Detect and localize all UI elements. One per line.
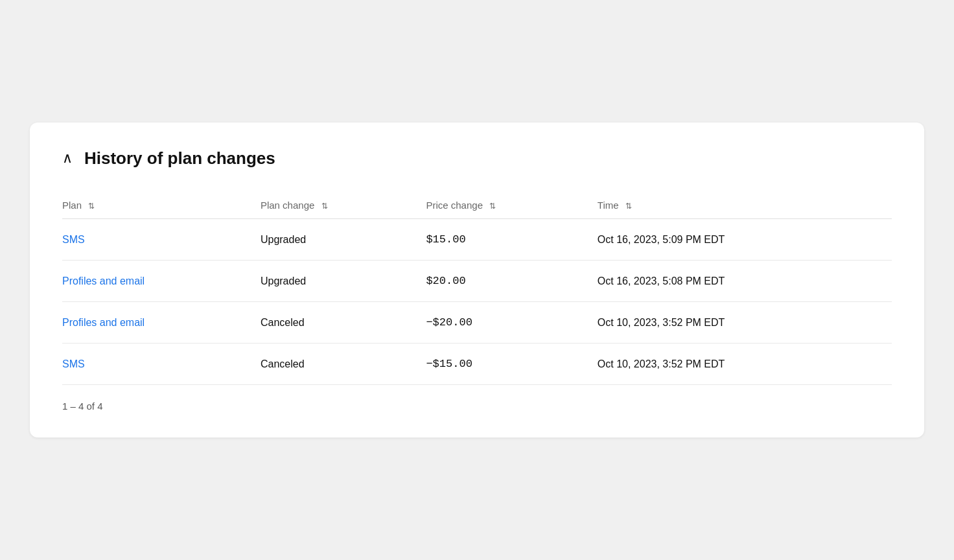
price-change-value: $20.00 xyxy=(426,261,597,302)
price-change-value: $15.00 xyxy=(426,219,597,261)
page-title: History of plan changes xyxy=(84,148,275,169)
time-value: Oct 16, 2023, 5:08 PM EDT xyxy=(598,261,892,302)
price-change-value: −$15.00 xyxy=(426,344,597,385)
plan-link[interactable]: SMS xyxy=(62,358,85,369)
time-value: Oct 10, 2023, 3:52 PM EDT xyxy=(598,344,892,385)
plan-link[interactable]: Profiles and email xyxy=(62,317,145,328)
table-row: Profiles and emailUpgraded$20.00Oct 16, … xyxy=(62,261,892,302)
sort-icon-time[interactable]: ⇅ xyxy=(625,202,632,211)
sort-icon-plan[interactable]: ⇅ xyxy=(88,202,95,211)
card-header: ∧ History of plan changes xyxy=(62,148,892,169)
col-header-plan-change: Plan change ⇅ xyxy=(261,192,426,219)
table-row: SMSUpgraded$15.00Oct 16, 2023, 5:09 PM E… xyxy=(62,219,892,261)
col-header-time: Time ⇅ xyxy=(598,192,892,219)
plan-change-value: Canceled xyxy=(261,302,426,344)
collapse-icon[interactable]: ∧ xyxy=(62,151,73,165)
sort-icon-plan-change[interactable]: ⇅ xyxy=(321,202,328,211)
plan-change-value: Upgraded xyxy=(261,219,426,261)
plan-changes-table: Plan ⇅ Plan change ⇅ Price change ⇅ Time… xyxy=(62,192,892,385)
plan-link[interactable]: SMS xyxy=(62,234,85,245)
plan-change-value: Canceled xyxy=(261,344,426,385)
plan-link[interactable]: Profiles and email xyxy=(62,275,145,286)
col-header-plan: Plan ⇅ xyxy=(62,192,261,219)
time-value: Oct 16, 2023, 5:09 PM EDT xyxy=(598,219,892,261)
price-change-value: −$20.00 xyxy=(426,302,597,344)
history-card: ∧ History of plan changes Plan ⇅ Plan ch… xyxy=(30,122,924,438)
plan-change-value: Upgraded xyxy=(261,261,426,302)
sort-icon-price-change[interactable]: ⇅ xyxy=(489,202,496,211)
col-header-price-change: Price change ⇅ xyxy=(426,192,597,219)
table-row: SMSCanceled−$15.00Oct 10, 2023, 3:52 PM … xyxy=(62,344,892,385)
time-value: Oct 10, 2023, 3:52 PM EDT xyxy=(598,302,892,344)
table-row: Profiles and emailCanceled−$20.00Oct 10,… xyxy=(62,302,892,344)
pagination-label: 1 – 4 of 4 xyxy=(62,385,892,412)
